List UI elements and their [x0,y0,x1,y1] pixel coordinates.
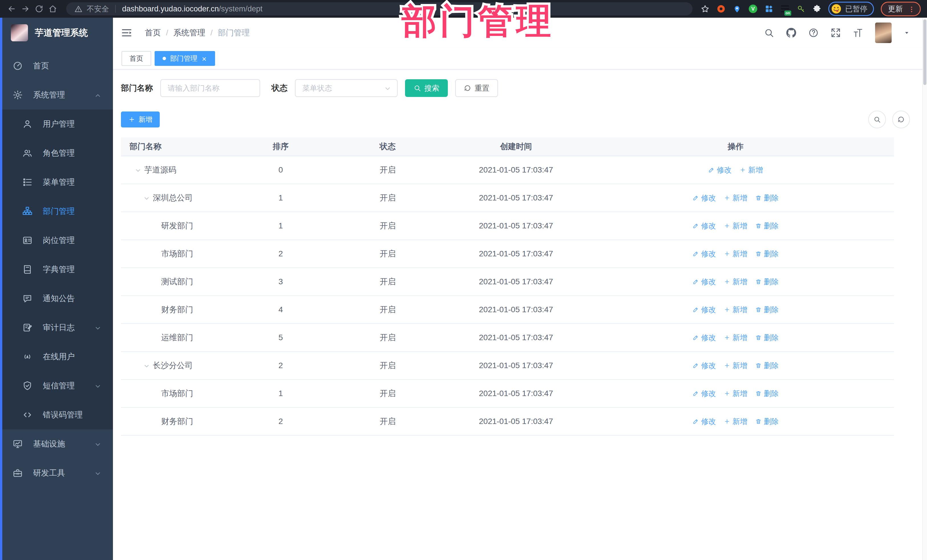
action-label: 修改 [701,249,716,259]
row-action-新增[interactable]: 新增 [724,249,747,259]
action-label: 新增 [732,389,747,399]
row-action-修改[interactable]: 修改 [693,305,716,315]
user-menu-caret-icon[interactable] [904,30,910,36]
github-icon[interactable] [786,28,796,38]
row-action-修改[interactable]: 修改 [708,165,732,175]
collapse-sidebar-button[interactable] [121,27,132,38]
tab-首页[interactable]: 首页 [122,51,151,66]
row-action-修改[interactable]: 修改 [693,221,716,231]
sidebar-item-系统管理[interactable]: 系统管理 [0,80,113,109]
row-action-删除[interactable]: 删除 [755,221,779,231]
grid-ext-icon[interactable] [764,4,774,14]
sidebar-item-部门管理[interactable]: 部门管理 [0,197,113,226]
list-on-ext-icon[interactable]: on [780,4,790,14]
toggle-search-button[interactable] [868,111,886,128]
sidebar-item-错误码管理[interactable]: 错误码管理 [0,400,113,429]
breadcrumb-separator: / [166,28,168,37]
sidebar-item-首页[interactable]: 首页 [0,51,113,80]
row-action-删除[interactable]: 删除 [755,389,779,399]
row-action-删除[interactable]: 删除 [755,333,779,343]
sidebar-item-短信管理[interactable]: 短信管理 [0,371,113,400]
row-action-修改[interactable]: 修改 [693,193,716,203]
browser-update-button[interactable]: 更新 [881,2,921,16]
sidebar-item-菜单管理[interactable]: 菜单管理 [0,168,113,197]
puzzle-ext-icon[interactable] [812,4,821,14]
app-logo [11,24,28,41]
expand-row-icon[interactable] [143,193,150,202]
row-action-新增[interactable]: 新增 [724,193,747,203]
browser-home-button[interactable] [47,3,58,14]
sidebar-item-用户管理[interactable]: 用户管理 [0,109,113,138]
bookmark-star-icon[interactable] [701,4,710,14]
row-action-删除[interactable]: 删除 [755,417,779,426]
expand-row-icon[interactable] [143,361,150,370]
browser-forward-button[interactable] [20,3,31,14]
browser-back-button[interactable] [6,3,17,14]
toolbox-icon [12,468,23,478]
font-size-icon[interactable] [853,28,863,38]
sidebar-item-通知公告[interactable]: 通知公告 [0,284,113,313]
sidebar-item-角色管理[interactable]: 角色管理 [0,138,113,168]
row-action-删除[interactable]: 删除 [755,277,779,287]
close-tab-icon[interactable] [201,55,207,62]
ubuntu-ext-icon[interactable] [716,4,726,14]
location-pin-ext-icon[interactable] [732,4,742,14]
key-ext-icon[interactable] [796,4,805,14]
row-action-修改[interactable]: 修改 [693,249,716,259]
reset-button[interactable]: 重置 [455,79,498,97]
row-action-删除[interactable]: 删除 [755,249,779,259]
row-action-删除[interactable]: 删除 [755,361,779,371]
browser-reload-button[interactable] [33,3,44,14]
sidebar-item-审计日志[interactable]: 审计日志 [0,313,113,342]
row-action-新增[interactable]: 新增 [724,333,747,343]
action-label: 修改 [701,305,716,315]
puzzle-ext-icon [813,5,821,13]
refresh-table-button[interactable] [892,111,910,128]
row-action-修改[interactable]: 修改 [693,361,716,371]
row-action-修改[interactable]: 修改 [693,277,716,287]
sidebar-item-字典管理[interactable]: 字典管理 [0,255,113,284]
sidebar-logo-row[interactable]: 芋道管理系统 [0,18,113,48]
row-action-修改[interactable]: 修改 [693,333,716,343]
tab-部门管理[interactable]: 部门管理 [155,51,215,66]
row-action-修改[interactable]: 修改 [693,389,716,399]
expand-row-icon[interactable] [135,165,141,175]
row-action-新增[interactable]: 新增 [724,417,747,426]
search-button[interactable]: 搜索 [405,79,448,97]
search-button-label: 搜索 [424,83,439,93]
row-action-新增[interactable]: 新增 [724,361,747,371]
row-action-新增[interactable]: 新增 [724,389,747,399]
help-icon[interactable] [808,28,819,38]
row-action-修改[interactable]: 修改 [693,417,716,426]
scrollbar-thumb[interactable] [923,20,926,85]
paused-extension-badge[interactable]: 已暂停 [828,2,874,16]
row-action-删除[interactable]: 删除 [755,305,779,315]
status-select[interactable]: 菜单状态 [295,79,398,97]
actions-cell: 修改新增删除 [577,333,894,343]
browser-menu-dots-icon[interactable] [908,5,915,14]
url-divider [115,5,116,13]
header-search-icon[interactable] [764,28,774,38]
megaphone-icon [22,293,32,304]
user-avatar[interactable] [875,23,892,43]
sidebar-item-岗位管理[interactable]: 岗位管理 [0,226,113,255]
page-scrollbar[interactable] [922,18,927,560]
sidebar-item-在线用户[interactable]: 在线用户 [0,342,113,371]
row-action-新增[interactable]: 新增 [724,277,747,287]
sidebar-item-基础设施[interactable]: 基础设施 [0,429,113,458]
dept-name-input[interactable] [160,79,260,97]
v-badge-ext-icon[interactable]: V [748,4,758,14]
dept-name-label: 部门名称 [121,83,153,94]
row-action-新增[interactable]: 新增 [740,165,763,175]
breadcrumb-item[interactable]: 首页 [145,27,161,38]
actions-cell: 修改新增删除 [577,193,894,203]
row-action-新增[interactable]: 新增 [724,221,747,231]
row-action-新增[interactable]: 新增 [724,305,747,315]
breadcrumb-item[interactable]: 系统管理 [173,27,205,38]
sidebar-item-研发工具[interactable]: 研发工具 [0,458,113,487]
fullscreen-icon[interactable] [831,28,841,38]
menu-list-icon [22,177,32,187]
add-button[interactable]: 新增 [121,111,160,127]
address-bar[interactable]: 不安全 dashboard.yudao.iocoder.cn/system/de… [66,2,693,15]
row-action-删除[interactable]: 删除 [755,193,779,203]
